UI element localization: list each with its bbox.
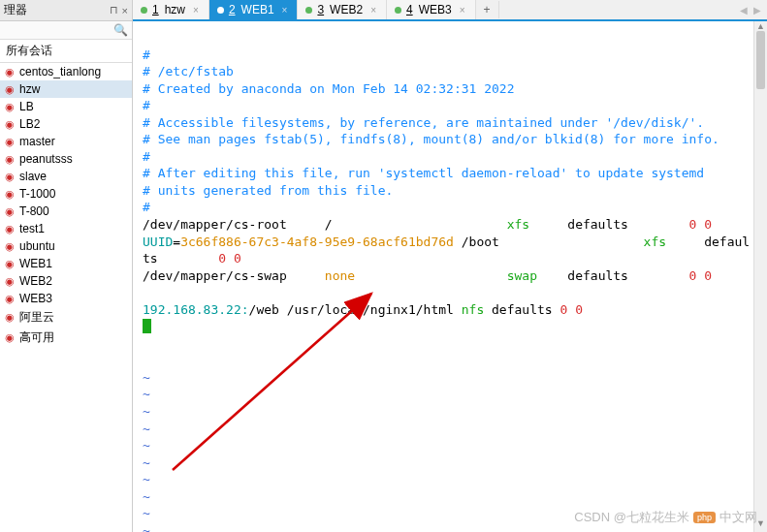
session-group-header[interactable]: 所有会话 xyxy=(0,40,132,63)
watermark-csdn: CSDN @七粒花生米 xyxy=(574,509,689,526)
vim-tilde: ~ xyxy=(143,472,150,486)
close-icon[interactable]: × xyxy=(282,5,288,16)
session-label: ubuntu xyxy=(19,239,55,253)
vim-tilde: ~ xyxy=(143,370,150,385)
comment-line: # See man pages fstab(5), findfs(8), mou… xyxy=(143,132,719,146)
terminal-cursor xyxy=(143,319,151,333)
comment-line: # xyxy=(143,200,150,214)
session-item[interactable]: ◉centos_tianlong xyxy=(0,63,132,80)
comment-line: # /etc/fstab xyxy=(143,64,234,78)
session-item[interactable]: ◉slave xyxy=(0,168,132,185)
tab-label: WEB1 xyxy=(241,3,274,16)
session-label: LB xyxy=(19,100,34,113)
close-icon[interactable]: × xyxy=(370,5,376,16)
session-label: centos_tianlong xyxy=(19,65,101,78)
session-label: peanutsss xyxy=(19,152,73,166)
comment-line: # xyxy=(143,98,150,112)
fstab-root-line: /dev/mapper/cs-root / xfs defaults 0 0 xyxy=(143,217,712,232)
session-item[interactable]: ◉WEB2 xyxy=(0,272,132,290)
session-label: 高可用 xyxy=(19,329,54,346)
pin-icon[interactable]: ⊓ xyxy=(110,4,118,16)
sidebar-header: 理器 ⊓ × xyxy=(0,0,132,21)
session-item[interactable]: ◉ubuntu xyxy=(0,237,132,255)
session-item[interactable]: ◉T-800 xyxy=(0,203,132,220)
vim-tilde: ~ xyxy=(143,506,150,520)
session-item[interactable]: ◉LB xyxy=(0,98,132,115)
terminal[interactable]: # # /etc/fstab # Created by anaconda on … xyxy=(133,21,767,532)
comment-line: # units generated from this file. xyxy=(143,183,393,198)
fstab-uuid-line: UUID=3c66f886-67c3-4af8-95e9-68acf61bd76… xyxy=(143,235,750,249)
fstab-swap-line: /dev/mapper/cs-swap none swap defaults 0… xyxy=(143,268,712,283)
sidebar-title: 理器 xyxy=(4,2,106,18)
chevron-right-icon[interactable]: ▶ xyxy=(753,5,761,16)
terminal-icon: ◉ xyxy=(4,312,16,324)
session-item[interactable]: ◉WEB1 xyxy=(0,255,132,272)
status-dot-icon xyxy=(395,7,401,14)
terminal-icon: ◉ xyxy=(4,188,16,200)
comment-line: # xyxy=(143,149,150,164)
terminal-icon: ◉ xyxy=(4,171,16,182)
tab-index: 3 xyxy=(317,3,324,16)
session-label: WEB1 xyxy=(19,257,52,270)
tab[interactable]: 3 WEB2× xyxy=(298,0,387,19)
add-tab-button[interactable]: + xyxy=(476,1,499,18)
session-label: hzw xyxy=(19,82,40,96)
tab-label: WEB2 xyxy=(330,3,363,16)
terminal-icon: ◉ xyxy=(4,83,16,95)
tab-nav: ◀▶ xyxy=(740,5,767,16)
search-icon[interactable]: 🔍 xyxy=(113,23,128,37)
session-item[interactable]: ◉master xyxy=(0,133,132,150)
tab-index: 1 xyxy=(152,3,159,16)
terminal-icon: ◉ xyxy=(4,258,16,269)
session-item[interactable]: ◉高可用 xyxy=(0,328,132,348)
session-item[interactable]: ◉hzw xyxy=(0,80,132,98)
watermark-badge: php xyxy=(693,512,716,523)
close-panel-icon[interactable]: × xyxy=(122,5,128,16)
session-item[interactable]: ◉WEB3 xyxy=(0,290,132,307)
session-item[interactable]: ◉peanutsss xyxy=(0,150,132,168)
session-item[interactable]: ◉阿里云 xyxy=(0,307,132,328)
session-label: WEB2 xyxy=(19,274,52,288)
tab-index: 2 xyxy=(229,3,236,16)
session-sidebar: 理器 ⊓ × 🔍 所有会话 ◉centos_tianlong◉hzw◉LB◉LB… xyxy=(0,0,133,532)
session-label: master xyxy=(19,135,55,148)
chevron-left-icon[interactable]: ◀ xyxy=(740,5,748,16)
session-label: slave xyxy=(19,170,47,183)
vim-tilde: ~ xyxy=(143,422,150,436)
close-icon[interactable]: × xyxy=(193,5,199,16)
tabbar: 1 hzw×2 WEB1×3 WEB2×4 WEB3×+◀▶ xyxy=(133,0,767,21)
terminal-icon: ◉ xyxy=(4,66,16,78)
session-label: LB2 xyxy=(19,117,40,131)
watermark-cn: 中文网 xyxy=(719,509,757,526)
watermark: CSDN @七粒花生米 php 中文网 xyxy=(574,509,757,526)
session-item[interactable]: ◉LB2 xyxy=(0,115,132,133)
session-list: ◉centos_tianlong◉hzw◉LB◉LB2◉master◉peanu… xyxy=(0,63,132,532)
vim-tilde: ~ xyxy=(143,438,150,453)
status-dot-icon xyxy=(141,7,147,14)
comment-line: # xyxy=(143,47,150,62)
terminal-icon: ◉ xyxy=(4,101,16,112)
fstab-nfs-line: 192.168.83.22:/web /usr/local/nginx1/htm… xyxy=(143,302,583,317)
tab[interactable]: 1 hzw× xyxy=(133,0,209,19)
vim-tilde: ~ xyxy=(143,455,150,470)
comment-line: # After editing this file, run 'systemct… xyxy=(143,166,704,180)
terminal-icon: ◉ xyxy=(4,153,16,165)
tab[interactable]: 4 WEB3× xyxy=(387,0,476,19)
terminal-icon: ◉ xyxy=(4,275,16,287)
tab-label: hzw xyxy=(165,3,185,16)
session-item[interactable]: ◉T-1000 xyxy=(0,185,132,203)
scrollbar-thumb[interactable] xyxy=(756,31,765,89)
comment-line: # Created by anaconda on Mon Feb 14 02:3… xyxy=(143,81,515,96)
vim-tilde: ~ xyxy=(143,523,150,532)
scrollbar-vertical[interactable]: ▲ ▼ xyxy=(753,21,767,532)
session-label: T-800 xyxy=(19,204,49,218)
session-item[interactable]: ◉test1 xyxy=(0,220,132,237)
tab-label: WEB3 xyxy=(419,3,452,16)
close-icon[interactable]: × xyxy=(460,5,465,16)
session-label: test1 xyxy=(19,222,45,235)
status-dot-icon xyxy=(217,7,224,14)
terminal-icon: ◉ xyxy=(4,118,16,130)
vim-tilde: ~ xyxy=(143,404,150,419)
sidebar-search-row: 🔍 xyxy=(0,21,132,40)
tab[interactable]: 2 WEB1× xyxy=(209,0,299,19)
